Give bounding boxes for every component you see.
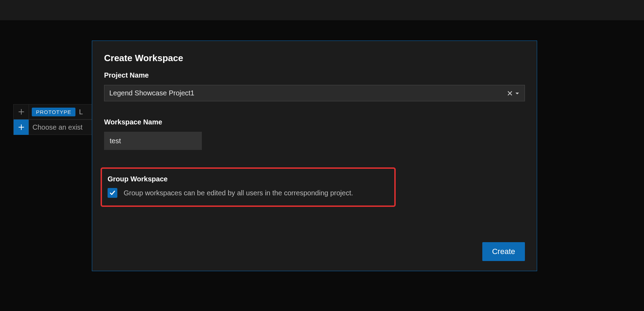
clear-icon[interactable] [507, 91, 513, 96]
choose-workspace-text: Choose an exist [32, 123, 82, 131]
plus-icon[interactable] [14, 104, 29, 120]
chevron-down-icon[interactable] [515, 91, 520, 96]
create-button[interactable]: Create [482, 242, 525, 261]
project-name-select[interactable]: Legend Showcase Project1 [104, 85, 525, 101]
modal-footer: Create [104, 242, 525, 261]
project-name-label: Project Name [104, 71, 525, 79]
prototype-badge: PROTOTYPE [32, 108, 75, 116]
group-workspace-label: Group Workspace [108, 175, 389, 183]
workspace-name-label: Workspace Name [104, 118, 525, 126]
create-workspace-modal: Create Workspace Project Name Legend Sho… [92, 41, 537, 271]
group-workspace-section: Group Workspace Group workspaces can be … [101, 167, 396, 207]
plus-icon[interactable] [14, 120, 29, 135]
top-bar [0, 0, 644, 20]
prototype-row[interactable]: PROTOTYPE L [13, 104, 97, 120]
prototype-row-text: L [79, 108, 83, 116]
content-area: PROTOTYPE L Choose an exist Create Works… [0, 20, 644, 311]
background-rows: PROTOTYPE L Choose an exist [13, 104, 97, 135]
project-name-value: Legend Showcase Project1 [109, 89, 507, 97]
choose-workspace-row[interactable]: Choose an exist [13, 120, 97, 135]
modal-title: Create Workspace [104, 53, 525, 64]
select-controls [507, 91, 520, 96]
group-workspace-description: Group workspaces can be edited by all us… [124, 189, 353, 197]
workspace-name-input[interactable] [104, 132, 202, 150]
group-workspace-checkbox[interactable] [108, 188, 117, 198]
group-workspace-checkbox-row: Group workspaces can be edited by all us… [108, 188, 389, 198]
